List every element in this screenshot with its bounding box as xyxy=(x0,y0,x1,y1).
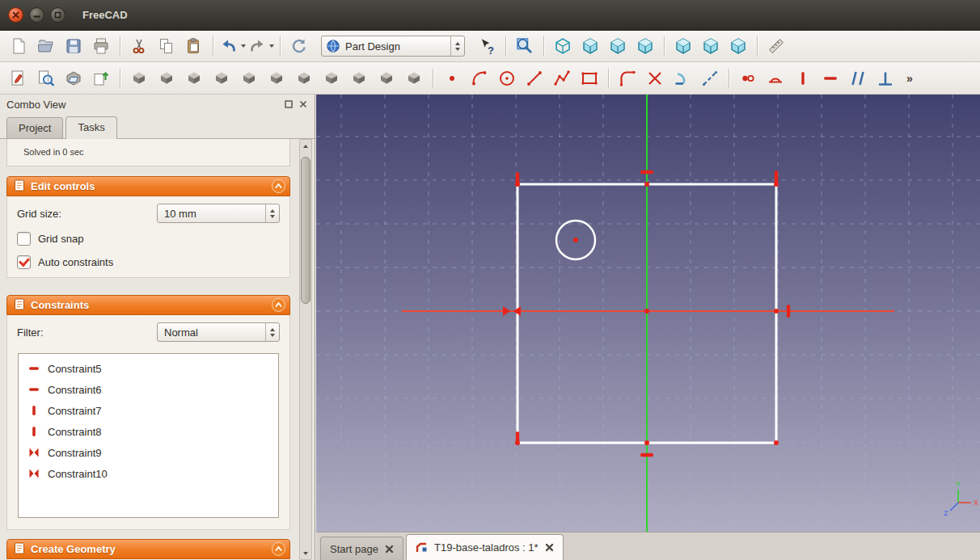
filter-spinner[interactable] xyxy=(265,323,279,341)
constraint-marker-vertical[interactable] xyxy=(787,305,790,318)
collapse-section-button[interactable] xyxy=(272,298,285,312)
workbench-selector[interactable]: Part Design xyxy=(321,36,465,57)
constraint-marker-dot[interactable] xyxy=(644,182,649,187)
construction-mode-button[interactable] xyxy=(697,65,723,91)
sketch-canvas[interactable]: YXZ xyxy=(316,95,980,532)
constraint-filter-select[interactable]: Normal xyxy=(157,322,280,342)
view-right-button[interactable] xyxy=(632,33,658,59)
window-maximize-button[interactable] xyxy=(50,7,65,23)
view-front-button[interactable] xyxy=(577,33,603,59)
redo-button[interactable] xyxy=(247,33,274,59)
linear-pattern-button[interactable] xyxy=(346,65,372,91)
tab-tasks[interactable]: Tasks xyxy=(65,116,116,139)
measure-distance-button[interactable] xyxy=(763,33,789,59)
sketch-polyline-button[interactable] xyxy=(549,65,575,91)
map-sketch-button[interactable] xyxy=(61,65,87,91)
dropdown-caret-icon[interactable] xyxy=(269,44,274,48)
grid-snap-checkbox[interactable] xyxy=(17,232,31,246)
constraint-list-item[interactable]: Constraint7 xyxy=(19,400,278,421)
multi-transform-button[interactable] xyxy=(401,65,427,91)
constraint-marker-dot[interactable] xyxy=(774,440,779,445)
view-left-button[interactable] xyxy=(725,33,751,59)
edit-controls-header[interactable]: Edit controls xyxy=(6,176,290,196)
constraints-header[interactable]: Constraints xyxy=(6,295,290,315)
scroll-down-button[interactable] xyxy=(300,547,311,559)
panel-scrollbar[interactable] xyxy=(299,139,312,560)
sketch-trim-button[interactable] xyxy=(642,65,668,91)
view-top-button[interactable] xyxy=(605,33,631,59)
scroll-up-button[interactable] xyxy=(300,140,311,152)
leave-sketch-button[interactable] xyxy=(88,65,114,91)
combo-view-header[interactable]: Combo View xyxy=(0,95,315,114)
sketch-line-button[interactable] xyxy=(522,65,547,91)
constraint-marker-vertical[interactable] xyxy=(775,171,778,183)
view-bottom-button[interactable] xyxy=(698,33,724,59)
view-rear-button[interactable] xyxy=(670,33,696,59)
grid-size-select[interactable]: 10 mm xyxy=(157,204,280,223)
open-file-button[interactable] xyxy=(33,33,59,59)
constraint-vertical-button[interactable] xyxy=(790,65,816,91)
titlebar[interactable]: FreeCAD xyxy=(0,0,980,31)
scrollbar-thumb[interactable] xyxy=(301,157,310,304)
constraint-list-item[interactable]: Constraint10 xyxy=(19,463,278,484)
viewport-3d[interactable]: YXZ xyxy=(316,95,980,532)
constraint-horizontal-button[interactable] xyxy=(817,65,843,91)
sketch-fillet-button[interactable] xyxy=(615,65,640,91)
refresh-button[interactable] xyxy=(286,33,312,59)
edit-sketch-button[interactable] xyxy=(33,65,59,91)
sketch-rectangle-button[interactable] xyxy=(577,65,602,91)
view-isometric-button[interactable] xyxy=(550,33,576,59)
polar-pattern-button[interactable] xyxy=(374,65,399,91)
panel-close-button[interactable] xyxy=(298,99,308,109)
grid-size-spinner[interactable] xyxy=(265,204,279,222)
mdi-tab[interactable]: T19-base-taladros : 1* xyxy=(406,534,564,560)
constraint-marker-dot[interactable] xyxy=(774,309,779,314)
constraint-marker-dot[interactable] xyxy=(573,238,578,242)
tab-project[interactable]: Project xyxy=(6,117,63,138)
constraint-list-item[interactable]: Constraint5 xyxy=(19,358,278,379)
constraint-marker-horizontal[interactable] xyxy=(640,453,653,457)
window-close-button[interactable] xyxy=(8,7,23,23)
collapse-section-button[interactable] xyxy=(272,542,285,556)
create-geometry-header[interactable]: Create Geometry xyxy=(6,539,290,559)
paste-button[interactable] xyxy=(181,33,207,59)
draft-button[interactable] xyxy=(291,65,317,91)
constraint-marker-dot[interactable] xyxy=(644,440,649,445)
mdi-tab[interactable]: Start page xyxy=(320,537,403,560)
constraint-list-item[interactable]: Constraint9 xyxy=(19,442,278,463)
constraint-list-item[interactable]: Constraint8 xyxy=(19,421,278,442)
overflow-button[interactable]: » xyxy=(900,65,926,91)
groove-button[interactable] xyxy=(209,65,234,91)
pocket-button[interactable] xyxy=(154,65,180,91)
constraint-tangent-button[interactable] xyxy=(762,65,788,91)
print-button[interactable] xyxy=(88,33,114,59)
constraint-marker-dot[interactable] xyxy=(515,309,520,314)
panel-float-button[interactable] xyxy=(284,99,294,109)
constraint-marker-dot[interactable] xyxy=(515,440,520,445)
new-file-button[interactable] xyxy=(6,33,32,59)
constraint-list-item[interactable]: Constraint6 xyxy=(19,379,278,400)
constraint-marker-dot[interactable] xyxy=(644,309,649,314)
collapse-section-button[interactable] xyxy=(272,179,285,193)
window-minimize-button[interactable] xyxy=(29,7,44,23)
undo-button[interactable] xyxy=(219,33,246,59)
revolution-button[interactable] xyxy=(181,65,207,91)
sketch-circle-button[interactable] xyxy=(494,65,520,91)
workbench-spinner[interactable] xyxy=(450,36,464,56)
constraint-marker-dot[interactable] xyxy=(774,182,779,187)
new-sketch-button[interactable] xyxy=(6,65,32,91)
external-geometry-button[interactable] xyxy=(670,65,695,91)
pad-button[interactable] xyxy=(126,65,152,91)
constraint-perpendicular-button[interactable] xyxy=(872,65,898,91)
sketch-arc-button[interactable] xyxy=(467,65,492,91)
tab-close-button[interactable] xyxy=(385,545,394,554)
auto-constraints-checkbox[interactable] xyxy=(17,255,31,269)
save-file-button[interactable] xyxy=(61,33,87,59)
view-fit-button[interactable] xyxy=(512,33,538,59)
sketch-point-button[interactable] xyxy=(439,65,465,91)
constraint-list[interactable]: Constraint5Constraint6Constraint7Constra… xyxy=(18,353,279,518)
dropdown-caret-icon[interactable] xyxy=(241,44,246,48)
constraint-coincident-button[interactable] xyxy=(735,65,761,91)
chamfer-button[interactable] xyxy=(264,65,289,91)
fillet-button[interactable] xyxy=(236,65,262,91)
